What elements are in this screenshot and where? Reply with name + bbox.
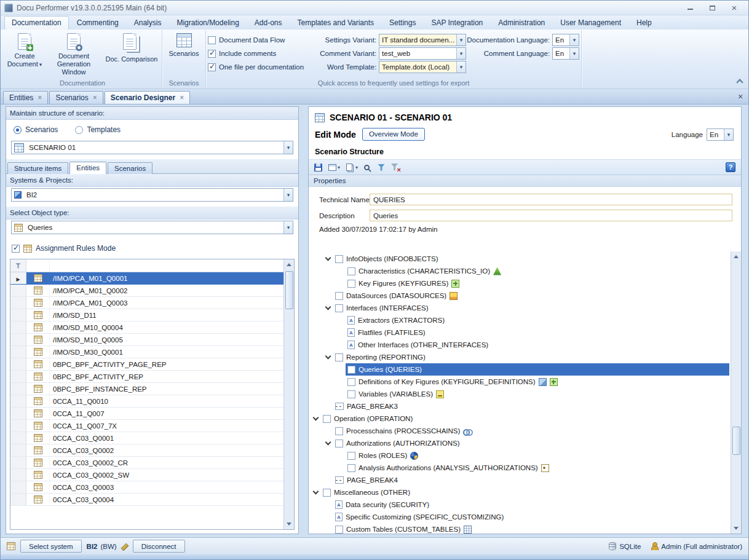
- tree-node-characteristics-characteristics-io[interactable]: Characteristics (CHARACTERISTICS_IO): [309, 265, 731, 277]
- node-checkbox[interactable]: [347, 280, 355, 288]
- assignment-checkbox[interactable]: [12, 245, 20, 253]
- radio-scenarios[interactable]: Scenarios: [14, 125, 58, 134]
- grid-row[interactable]: 0CCA_11_Q0010: [10, 395, 283, 408]
- radio-templates[interactable]: Templates: [75, 125, 121, 134]
- ribbon-tab-settings[interactable]: Settings: [382, 16, 423, 30]
- dropdown-icon[interactable]: [283, 221, 293, 234]
- grid-row[interactable]: /IMO/PCA_M01_Q0001: [10, 272, 283, 285]
- ribbon-tab-help[interactable]: Help: [629, 16, 659, 30]
- dropdown-icon[interactable]: [456, 61, 466, 73]
- combo-comment-language[interactable]: En: [552, 47, 579, 60]
- node-checkbox[interactable]: [347, 366, 355, 374]
- ribbon-tab-commenting[interactable]: Commenting: [69, 16, 126, 30]
- grid-row[interactable]: 0CCA_C03_Q0002: [10, 444, 283, 457]
- grid-row[interactable]: /IMO/SD_M30_Q0001: [10, 346, 283, 358]
- tree-node-flatfiles-flatfiles[interactable]: Flatfiles (FLATFILES): [309, 326, 731, 339]
- scrollbar-thumb[interactable]: [732, 427, 740, 455]
- dropdown-icon[interactable]: [456, 48, 466, 59]
- language-combo[interactable]: En: [707, 128, 734, 141]
- node-checkbox[interactable]: [335, 304, 343, 312]
- grid-row[interactable]: 0CCA_C03_Q0002_CR: [10, 457, 283, 469]
- grid-row[interactable]: 0BPC_BPF_ACTIVITY_PAGE_REP: [10, 358, 283, 371]
- combo-settings-variant[interactable]: IT standard documen...: [379, 34, 466, 46]
- document-generation-window-button[interactable]: Document Generation Window: [44, 30, 103, 76]
- grid-row[interactable]: /IMO/PCA_M01_Q0003: [10, 297, 283, 309]
- tree-node-authorizations-authorizations[interactable]: Authorizations (AUTHORIZATIONS): [309, 437, 731, 449]
- ribbon-tab-user-management[interactable]: User Management: [553, 16, 628, 30]
- tab-entities[interactable]: Entities: [69, 162, 106, 174]
- node-checkbox[interactable]: [347, 267, 355, 275]
- grid-filter-row[interactable]: [10, 259, 283, 272]
- node-checkbox[interactable]: [323, 489, 331, 497]
- tree-scrollbar[interactable]: [731, 251, 741, 534]
- close-tab-icon[interactable]: [93, 93, 97, 102]
- expand-icon[interactable]: [312, 415, 319, 421]
- system-combo[interactable]: BI2: [11, 188, 293, 202]
- tree-node-variables-variables[interactable]: Variables (VARIABLES): [309, 388, 731, 400]
- tree-node-infoobjects-infoobjects[interactable]: InfoObjects (INFOOBJECTS): [309, 253, 731, 265]
- filter-button[interactable]: [376, 161, 387, 173]
- copy-structure-button[interactable]: [344, 161, 360, 173]
- close-button[interactable]: [727, 3, 741, 13]
- tree-node-extractors-extractors[interactable]: Extractors (EXTRACTORS): [309, 314, 731, 326]
- option-document-data-flow[interactable]: Document Data Flow: [208, 33, 312, 47]
- filter-icon-cell[interactable]: [26, 259, 50, 272]
- expand-icon[interactable]: [312, 489, 319, 495]
- node-checkbox[interactable]: [335, 353, 343, 361]
- grid-row[interactable]: /IMO/SD_M10_Q0005: [10, 334, 283, 346]
- ribbon-tab-documentation[interactable]: Documentation: [4, 16, 69, 30]
- tree-node-definitions-of-key-figures-keyfigure-definitions[interactable]: Definitions of Key Figures (KEYFIGURE_DE…: [309, 376, 731, 388]
- overview-mode-button[interactable]: Overview Mode: [362, 128, 425, 141]
- doc-tab-entities[interactable]: Entities: [3, 91, 48, 104]
- object-type-combo[interactable]: Queries: [11, 221, 293, 234]
- doc-tab-scenario-designer[interactable]: Scenario Designer: [105, 91, 190, 104]
- scroll-up-icon[interactable]: [284, 259, 295, 270]
- tree-node-operation-operation[interactable]: Operation (OPERATION): [309, 412, 731, 425]
- option-include-comments[interactable]: Include comments: [208, 47, 312, 60]
- expand-icon[interactable]: [325, 353, 331, 360]
- doc-tab-scenarios[interactable]: Scenarios: [49, 91, 103, 104]
- grid-row[interactable]: 0CCA_11_Q007_7X: [10, 420, 283, 432]
- tree-node-reporting-reporting[interactable]: Reporting (REPORTING): [309, 351, 731, 363]
- expand-icon[interactable]: [325, 304, 331, 310]
- grid-row[interactable]: 0CCA_C03_Q0003: [10, 481, 283, 494]
- clear-filter-button[interactable]: [389, 161, 402, 173]
- grid-row[interactable]: 0BPC_BPF_INSTANCE_REP: [10, 383, 283, 395]
- node-checkbox[interactable]: [323, 415, 331, 423]
- tree-node-miscellaneous-other[interactable]: Miscellaneous (OTHER): [309, 486, 731, 499]
- tree-node-specific-customizing-specific-customizing[interactable]: Specific Customizing (SPECIFIC_CUSTOMIZI…: [309, 511, 731, 523]
- grid-row[interactable]: /IMO/SD_D11: [10, 309, 283, 321]
- expand-icon[interactable]: [325, 440, 331, 446]
- minimize-button[interactable]: [683, 3, 697, 13]
- ribbon-tab-analysis[interactable]: Analysis: [127, 16, 169, 30]
- tree-node-datasources-datasources[interactable]: DataSources (DATASOURCES): [309, 290, 731, 302]
- save-button[interactable]: [312, 161, 324, 173]
- node-checkbox[interactable]: [335, 427, 343, 435]
- option-one-file-per-documentation[interactable]: One file per documentation: [208, 60, 312, 74]
- display-options-button[interactable]: [327, 161, 342, 173]
- restore-button[interactable]: [705, 3, 719, 13]
- node-checkbox[interactable]: [347, 378, 355, 386]
- scroll-down-icon[interactable]: [731, 523, 742, 534]
- grid-row[interactable]: 0CCA_C03_Q0004: [10, 494, 283, 506]
- help-button[interactable]: [724, 161, 737, 173]
- tree-node-page-break3[interactable]: PAGE_BREAK3: [309, 400, 731, 412]
- disconnect-button[interactable]: Disconnect: [133, 540, 185, 553]
- close-tab-icon[interactable]: [38, 93, 42, 102]
- grid-row[interactable]: 0BPC_BPF_ACTIVITY_REP: [10, 371, 283, 383]
- create-document-button[interactable]: Create Document: [5, 30, 44, 69]
- edit-system-icon[interactable]: [120, 542, 128, 550]
- node-checkbox[interactable]: [335, 526, 343, 534]
- ribbon-tab-migration-modeling[interactable]: Migration/Modeling: [169, 16, 246, 30]
- dropdown-icon[interactable]: [456, 34, 466, 45]
- scroll-up-icon[interactable]: [731, 251, 742, 262]
- tree-node-interfaces-interfaces[interactable]: Interfaces (INTERFACES): [309, 302, 731, 314]
- grid-row[interactable]: 0CCA_C03_Q0001: [10, 432, 283, 444]
- tree-node-custom-tables-custom-tables[interactable]: Custom Tables (CUSTOM_TABLES): [309, 523, 731, 534]
- grid-row[interactable]: 0CCA_11_Q007: [10, 408, 283, 420]
- close-document-icon[interactable]: [735, 91, 746, 102]
- grid-row[interactable]: /IMO/SD_M10_Q0004: [10, 321, 283, 334]
- tree-node-analysis-authorizations-analysis-authorizations[interactable]: Analysis Authorizations (ANALYSIS_AUTHOR…: [309, 462, 731, 474]
- expand-icon[interactable]: [325, 255, 331, 261]
- tree-node-key-figures-keyfigures[interactable]: Key Figures (KEYFIGURES): [309, 277, 731, 290]
